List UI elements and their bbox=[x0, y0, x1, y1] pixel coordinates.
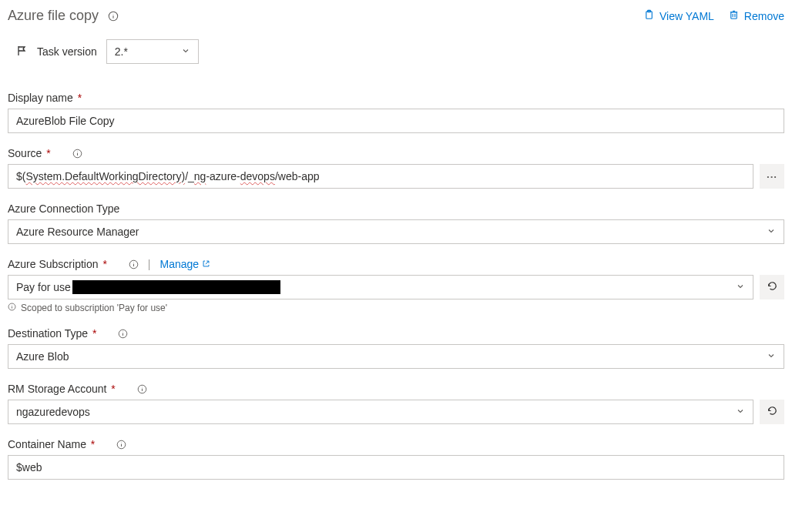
chevron-down-icon bbox=[767, 226, 776, 238]
destination-type-value: Azure Blob bbox=[16, 350, 69, 363]
chevron-down-icon bbox=[767, 350, 776, 363]
svg-line-17 bbox=[206, 261, 209, 264]
chevron-down-icon bbox=[736, 281, 745, 293]
connection-type-select[interactable]: Azure Resource Manager bbox=[8, 219, 784, 244]
connection-type-value: Azure Resource Manager bbox=[16, 226, 139, 238]
info-icon bbox=[129, 259, 139, 269]
ellipsis-icon: ··· bbox=[767, 171, 777, 182]
svg-point-26 bbox=[142, 386, 143, 387]
view-yaml-label: View YAML bbox=[659, 10, 714, 22]
subscription-value-prefix: Pay for use bbox=[16, 281, 71, 293]
container-name-input[interactable] bbox=[8, 455, 784, 480]
external-link-icon bbox=[202, 258, 210, 270]
refresh-icon bbox=[767, 280, 778, 294]
task-version-label: Task version bbox=[37, 45, 97, 58]
svg-point-16 bbox=[133, 262, 134, 263]
refresh-icon bbox=[767, 405, 778, 419]
manage-label: Manage bbox=[160, 258, 200, 270]
svg-point-20 bbox=[12, 305, 12, 306]
svg-point-2 bbox=[113, 13, 114, 14]
remove-label: Remove bbox=[744, 10, 784, 22]
connection-type-label: Azure Connection Type bbox=[8, 202, 119, 215]
destination-type-label: Destination Type * bbox=[8, 327, 96, 340]
info-icon bbox=[137, 384, 147, 394]
chevron-down-icon bbox=[181, 45, 190, 58]
container-name-label: Container Name * bbox=[8, 438, 95, 450]
info-icon bbox=[8, 303, 16, 313]
source-input[interactable]: $(System.DefaultWorkingDirectory)/_ng-az… bbox=[8, 164, 753, 189]
svg-point-13 bbox=[77, 151, 78, 152]
display-name-label: Display name * bbox=[8, 92, 82, 104]
browse-button[interactable]: ··· bbox=[760, 164, 784, 189]
page-title: Azure file copy bbox=[8, 8, 99, 24]
storage-account-value: ngazuredevops bbox=[16, 406, 90, 418]
display-name-input[interactable] bbox=[8, 109, 784, 133]
storage-account-select[interactable]: ngazuredevops bbox=[8, 400, 753, 424]
destination-type-select[interactable]: Azure Blob bbox=[8, 344, 784, 369]
svg-rect-5 bbox=[731, 12, 737, 18]
task-version-value: 2.* bbox=[115, 45, 128, 58]
info-icon bbox=[118, 329, 128, 339]
subscription-label: Azure Subscription * bbox=[8, 258, 107, 270]
view-yaml-link[interactable]: View YAML bbox=[643, 9, 714, 23]
subscription-scope-hint: Scoped to subscription 'Pay for use' bbox=[21, 303, 167, 313]
svg-point-23 bbox=[122, 331, 123, 332]
task-version-select[interactable]: 2.* bbox=[106, 39, 199, 64]
svg-point-29 bbox=[121, 442, 122, 443]
subscription-select[interactable]: Pay for use bbox=[8, 275, 753, 299]
clipboard-icon bbox=[643, 9, 655, 23]
divider: | bbox=[148, 258, 151, 270]
source-label: Source * bbox=[8, 147, 51, 159]
refresh-button[interactable] bbox=[760, 400, 784, 424]
info-icon bbox=[116, 440, 126, 450]
chevron-down-icon bbox=[736, 406, 745, 418]
manage-link[interactable]: Manage bbox=[160, 258, 211, 270]
remove-link[interactable]: Remove bbox=[728, 9, 784, 23]
info-icon bbox=[72, 149, 82, 159]
redacted-block bbox=[72, 280, 280, 294]
flag-icon bbox=[15, 45, 28, 59]
trash-icon bbox=[728, 9, 740, 23]
refresh-button[interactable] bbox=[760, 275, 784, 299]
info-icon bbox=[108, 11, 119, 22]
storage-account-label: RM Storage Account * bbox=[8, 383, 116, 395]
